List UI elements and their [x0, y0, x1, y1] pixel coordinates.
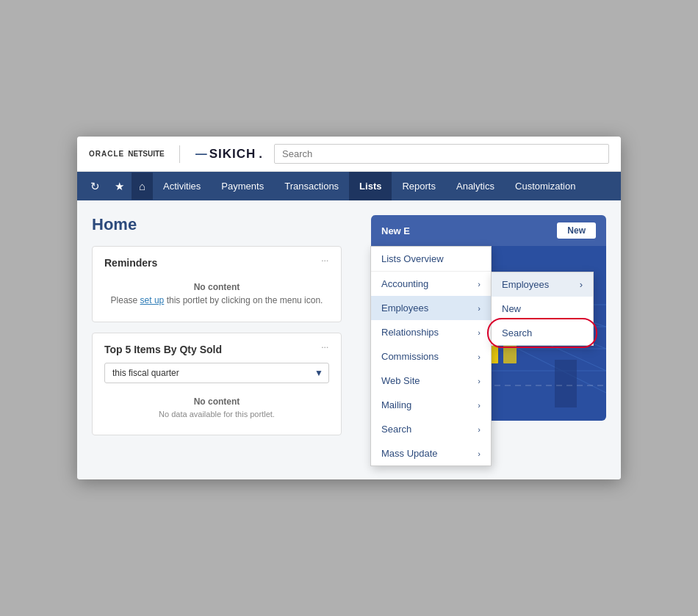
top5-drag-handle[interactable]: ⋯ [321, 344, 329, 352]
nav-bar: ↻ ★ ⌂ Activities Payments Transactions L… [77, 172, 621, 200]
top5-hint: No data available for this portlet. [104, 410, 329, 418]
nav-customization[interactable]: Customization [505, 172, 586, 200]
sikich-icon: ⸻ [195, 148, 206, 161]
top5-no-content: No content No data available for this po… [104, 391, 329, 424]
svg-rect-11 [503, 327, 517, 363]
nav-analytics[interactable]: Analytics [446, 172, 505, 200]
logo-divider [179, 145, 180, 163]
search-input[interactable] [274, 144, 609, 164]
reminders-no-content: No content Please set up this portlet by… [104, 276, 329, 311]
oracle-netsuite-logo: ORACLE NETSUITE [89, 150, 165, 158]
svg-point-20 [403, 385, 420, 394]
reminders-hint: Please set up this portlet by clicking o… [104, 295, 329, 305]
new-button[interactable]: New [557, 222, 596, 239]
nav-reports[interactable]: Reports [392, 172, 446, 200]
favorites-icon-btn[interactable]: ★ [107, 173, 132, 200]
history-icon-btn[interactable]: ↻ [83, 173, 107, 200]
sikich-logo: ⸻ SIKICH . [195, 147, 262, 162]
reminders-portlet: Reminders ⋯ No content Please set up thi… [92, 246, 342, 322]
new-portlet-title: New E [381, 225, 410, 236]
svg-point-12 [442, 360, 447, 366]
drag-handle[interactable]: ⋯ [321, 257, 329, 265]
svg-point-14 [530, 316, 536, 322]
oracle-label: ORACLE [89, 150, 124, 158]
quarter-select[interactable]: this fiscal quarter [104, 363, 329, 383]
portlet-graphic [371, 246, 606, 415]
svg-rect-16 [400, 356, 419, 407]
svg-point-13 [486, 331, 492, 337]
sikich-label: SIKICH [209, 147, 256, 162]
massupdate-item[interactable]: Mass Update › [371, 441, 491, 465]
nav-payments[interactable]: Payments [211, 172, 274, 200]
top5-portlet: Top 5 Items By Qty Sold ⋯ this fiscal qu… [92, 333, 342, 435]
set-up-link[interactable]: set up [140, 295, 165, 305]
content-area: Home Reminders ⋯ No content Please set u… [77, 200, 621, 479]
new-portlet-header: New E New [371, 215, 606, 246]
sikich-dot: . [259, 147, 262, 162]
massupdate-chevron: › [478, 449, 481, 458]
reminders-title: Reminders ⋯ [104, 257, 329, 269]
top5-title: Top 5 Items By Qty Sold ⋯ [104, 344, 329, 355]
nav-activities[interactable]: Activities [153, 172, 211, 200]
app-window: ORACLE NETSUITE ⸻ SIKICH . ↻ ★ ⌂ Activit… [77, 137, 621, 479]
quarter-select-wrap: this fiscal quarter ▼ [104, 363, 329, 383]
netsuite-label: NETSUITE [128, 150, 164, 158]
illustration-svg [371, 246, 606, 415]
search-chevron: › [478, 425, 481, 434]
nav-transactions[interactable]: Transactions [274, 172, 349, 200]
svg-point-21 [408, 351, 415, 358]
new-portlet-area: New E New [371, 215, 606, 421]
home-icon-btn[interactable]: ⌂ [132, 173, 153, 200]
top-bar: ORACLE NETSUITE ⸻ SIKICH . [77, 137, 621, 172]
nav-lists[interactable]: Lists [349, 172, 392, 200]
svg-point-15 [574, 302, 580, 308]
svg-rect-18 [555, 360, 577, 407]
